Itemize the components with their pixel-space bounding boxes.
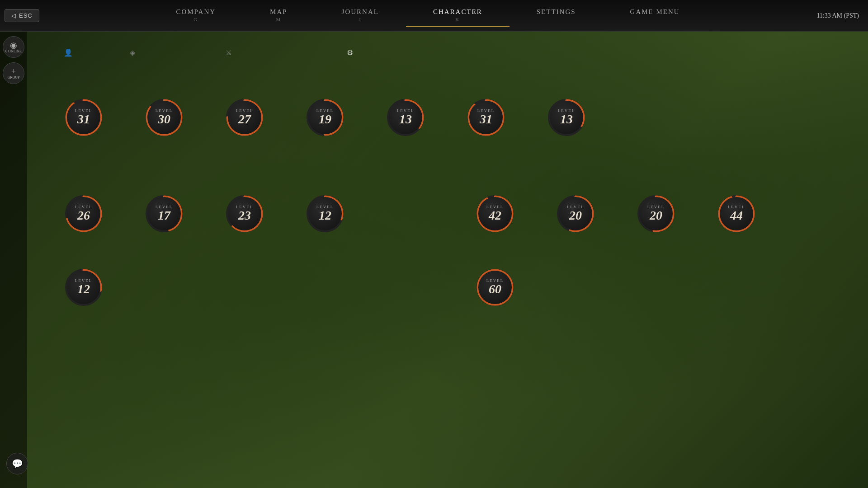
level-inner: LEVEL 27	[228, 101, 261, 134]
level-number: 31	[77, 113, 90, 126]
level-circle: LEVEL 20	[636, 193, 676, 234]
level-inner: LEVEL 20	[639, 197, 673, 230]
level-circle: LEVEL 42	[475, 193, 515, 234]
level-inner: LEVEL 13	[389, 101, 422, 134]
esc-button[interactable]: ◁ ESC	[5, 9, 39, 22]
level-inner: LEVEL 19	[308, 101, 342, 134]
level-number: 42	[489, 209, 501, 222]
group-button[interactable]: + GROUP	[3, 62, 24, 84]
bio-icon: 👤	[64, 48, 74, 57]
level-circle: LEVEL 31	[63, 97, 104, 138]
weapon-icon: ⚔	[226, 48, 233, 57]
level-inner: LEVEL 12	[308, 197, 342, 230]
level-circle: LEVEL 12	[305, 193, 345, 234]
side-panel: ◉ 0 ONLINE + GROUP 💬	[0, 32, 27, 488]
level-inner: LEVEL 42	[478, 197, 512, 230]
level-circle: LEVEL 20	[555, 193, 596, 234]
time-display: 11:33 AM (PST)	[816, 12, 859, 19]
level-inner: LEVEL 26	[67, 197, 100, 230]
online-button[interactable]: ◉ 0 ONLINE	[3, 36, 24, 58]
level-inner: LEVEL 12	[67, 271, 100, 304]
level-number: 12	[319, 209, 331, 222]
topbar: ◁ ESC COMPANY G MAP M JOURNAL J CHARACTE…	[0, 0, 868, 32]
level-circle: LEVEL 31	[466, 97, 506, 138]
level-inner: LEVEL 44	[720, 197, 753, 230]
level-number: 17	[158, 209, 170, 222]
level-circle: LEVEL 19	[305, 97, 345, 138]
level-inner: LEVEL 13	[550, 101, 583, 134]
main-nav: COMPANY G MAP M JOURNAL J CHARACTER K SE…	[39, 5, 817, 27]
chat-icon: 💬	[12, 458, 23, 469]
level-number: 30	[158, 113, 170, 126]
level-number: 23	[238, 209, 251, 222]
level-number: 44	[730, 209, 743, 222]
nav-map[interactable]: MAP M	[243, 5, 315, 27]
level-inner: LEVEL 30	[147, 101, 181, 134]
group-icon: +	[11, 67, 16, 75]
nav-company[interactable]: COMPANY G	[149, 5, 243, 27]
level-number: 31	[480, 113, 492, 126]
level-number: 20	[569, 209, 582, 222]
level-number: 20	[650, 209, 662, 222]
level-number: 12	[77, 283, 90, 296]
level-inner: LEVEL 31	[67, 101, 100, 134]
nav-character[interactable]: CHARACTER K	[406, 5, 509, 27]
level-inner: LEVEL 20	[559, 197, 592, 230]
level-circle: LEVEL 17	[144, 193, 184, 234]
level-inner: LEVEL 23	[228, 197, 261, 230]
level-circle: LEVEL 12	[63, 267, 104, 308]
online-icon: ◉	[10, 41, 17, 49]
level-number: 13	[399, 113, 412, 126]
nav-settings[interactable]: SETTINGS	[509, 5, 603, 27]
level-inner: LEVEL 17	[147, 197, 181, 230]
level-circle: LEVEL 26	[63, 193, 104, 234]
level-inner: LEVEL 60	[478, 271, 512, 304]
level-number: 60	[489, 283, 501, 296]
level-inner: LEVEL 31	[469, 101, 503, 134]
level-circle: LEVEL 60	[475, 267, 515, 308]
level-circle: LEVEL 30	[144, 97, 184, 138]
trade-skills-icon: ⚙	[347, 48, 354, 57]
nav-game-menu[interactable]: GAME MENU	[603, 5, 707, 27]
level-circle: LEVEL 13	[546, 97, 587, 138]
chat-button[interactable]: 💬	[6, 453, 28, 474]
attributes-icon: ◈	[130, 48, 136, 57]
level-circle: LEVEL 23	[224, 193, 265, 234]
level-number: 19	[319, 113, 331, 126]
level-number: 13	[560, 113, 573, 126]
level-circle: LEVEL 13	[385, 97, 426, 138]
level-number: 26	[77, 209, 90, 222]
level-circle: LEVEL 44	[716, 193, 757, 234]
level-circle: LEVEL 27	[224, 97, 265, 138]
background	[0, 0, 868, 488]
level-number: 27	[238, 113, 251, 126]
nav-journal[interactable]: JOURNAL J	[315, 5, 406, 27]
